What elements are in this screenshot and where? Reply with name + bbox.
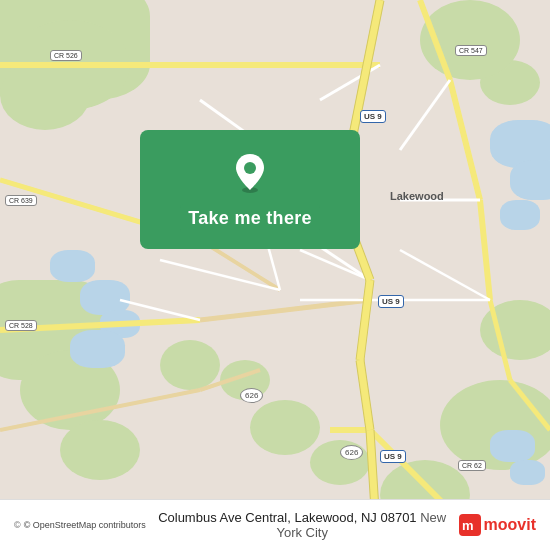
svg-point-43 (244, 162, 256, 174)
svg-line-13 (370, 430, 450, 510)
moovit-icon: m (459, 514, 481, 536)
map-container: CR 526 US 9 US 9 US 9 CR 528 CR 639 CR 5… (0, 0, 550, 550)
svg-text:m: m (462, 518, 474, 533)
copyright-symbol: © (14, 520, 21, 530)
us9-shield-top: US 9 (360, 110, 386, 123)
svg-line-40 (360, 360, 370, 430)
us9-shield-bot: US 9 (380, 450, 406, 463)
cr547-bot-shield: CR 62 (458, 460, 486, 471)
svg-line-30 (160, 260, 280, 290)
svg-line-11 (200, 370, 260, 390)
cr526-shield: CR 526 (50, 50, 82, 61)
svg-line-18 (510, 380, 550, 430)
svg-line-28 (400, 250, 490, 300)
svg-line-14 (420, 0, 450, 80)
address-label: Columbus Ave Central, Lakewood, NJ 08701 (158, 510, 416, 525)
svg-line-26 (400, 80, 450, 150)
svg-line-15 (450, 80, 480, 200)
address-text: Columbus Ave Central, Lakewood, NJ 08701… (154, 510, 451, 540)
city-label: Lakewood (390, 190, 444, 202)
bottom-panel: © © OpenStreetMap contributors Columbus … (0, 499, 550, 550)
svg-line-31 (120, 300, 200, 320)
take-me-there-button[interactable]: Take me there (180, 204, 320, 233)
cr528-shield: CR 528 (5, 320, 37, 331)
osm-copyright: © © OpenStreetMap contributors (14, 520, 146, 530)
svg-line-16 (480, 200, 490, 300)
location-pin-icon (228, 150, 272, 194)
moovit-text: moovit (484, 516, 536, 534)
svg-line-10 (0, 390, 200, 430)
moovit-logo: m moovit (459, 514, 536, 536)
us9-shield-mid: US 9 (378, 295, 404, 308)
road-network (0, 0, 550, 510)
cr547-shield: CR 547 (455, 45, 487, 56)
osm-text: © OpenStreetMap contributors (24, 520, 146, 530)
svg-line-7 (200, 300, 370, 320)
svg-line-39 (360, 280, 370, 360)
svg-line-25 (320, 65, 380, 100)
svg-line-17 (490, 300, 510, 380)
take-me-there-panel[interactable]: Take me there (140, 130, 360, 249)
svg-line-41 (370, 430, 375, 510)
cr639-shield: CR 639 (5, 195, 37, 206)
